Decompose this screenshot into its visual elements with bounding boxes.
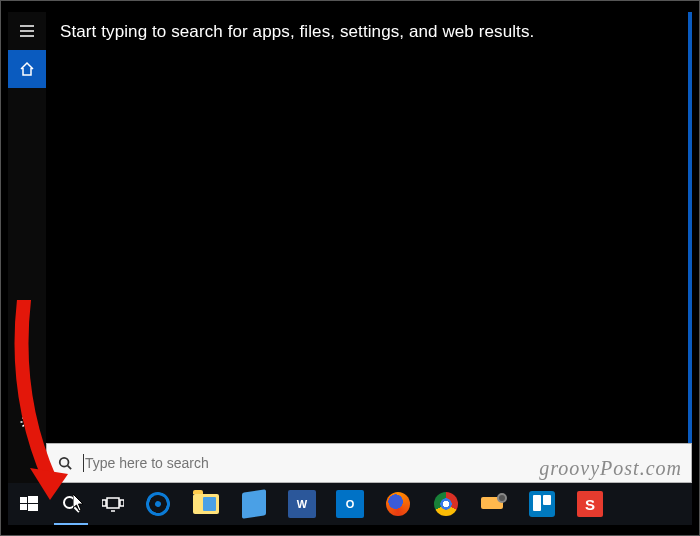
start-button[interactable] xyxy=(8,483,50,525)
svg-rect-7 xyxy=(107,498,119,508)
svg-point-0 xyxy=(25,420,29,424)
taskbar-app-trello[interactable] xyxy=(518,483,566,525)
svg-rect-9 xyxy=(120,500,124,506)
task-view-icon xyxy=(102,496,124,512)
svg-rect-4 xyxy=(20,504,27,510)
taskbar-app-explorer[interactable] xyxy=(182,483,230,525)
scrollbar[interactable] xyxy=(688,12,692,443)
moviemaker-icon xyxy=(481,493,507,515)
folder-icon xyxy=(193,494,219,514)
taskbar-app-moviemaker[interactable] xyxy=(470,483,518,525)
svg-rect-2 xyxy=(20,497,27,503)
svg-point-1 xyxy=(60,458,69,467)
hamburger-icon xyxy=(19,23,35,39)
taskbar-app-snagit[interactable]: S xyxy=(566,483,614,525)
word-icon: W xyxy=(288,490,316,518)
menu-button[interactable] xyxy=(8,12,46,50)
taskbar-app-chrome[interactable] xyxy=(422,483,470,525)
outlook-icon: O xyxy=(336,490,364,518)
taskbar-app-word[interactable]: W xyxy=(278,483,326,525)
search-panel: Start typing to search for apps, files, … xyxy=(8,12,692,483)
search-prompt: Start typing to search for apps, files, … xyxy=(46,12,692,42)
search-panel-body: Start typing to search for apps, files, … xyxy=(46,12,692,483)
edge-icon xyxy=(143,489,174,520)
text-caret xyxy=(83,454,84,472)
home-button[interactable] xyxy=(8,50,46,88)
search-icon xyxy=(62,495,80,513)
taskbar-app-edge[interactable] xyxy=(134,483,182,525)
search-icon xyxy=(47,456,83,470)
svg-point-6 xyxy=(64,497,75,508)
settings-button[interactable] xyxy=(8,403,46,441)
watermark: groovyPost.com xyxy=(539,457,682,480)
trello-icon xyxy=(529,491,555,517)
home-icon xyxy=(19,61,35,77)
windows-logo-icon xyxy=(20,495,38,513)
taskbar-app-outlook[interactable]: O xyxy=(326,483,374,525)
cortana-search-button[interactable] xyxy=(50,483,92,525)
task-view-button[interactable] xyxy=(92,483,134,525)
firefox-icon xyxy=(386,492,410,516)
chrome-icon xyxy=(434,492,458,516)
taskbar-app-firefox[interactable] xyxy=(374,483,422,525)
svg-rect-3 xyxy=(28,496,38,503)
notepad-icon xyxy=(242,489,266,518)
taskbar: W O S xyxy=(8,483,692,525)
svg-rect-5 xyxy=(28,504,38,511)
gear-icon xyxy=(19,414,35,430)
svg-rect-8 xyxy=(102,500,106,506)
search-panel-sidebar xyxy=(8,12,46,483)
snagit-icon: S xyxy=(577,491,603,517)
taskbar-app-notepad[interactable] xyxy=(230,483,278,525)
